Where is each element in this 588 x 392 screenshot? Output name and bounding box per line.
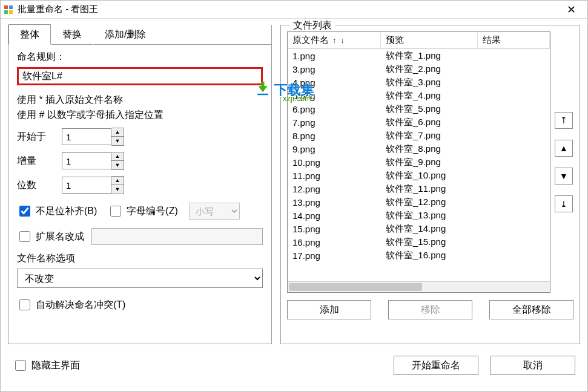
table-body[interactable]: 1.png软件室_1.png3.png软件室_2.png4.png软件室_3.p…	[288, 49, 550, 281]
cell-preview: 软件室_1.png	[381, 50, 478, 62]
step-up-button[interactable]: ▲	[111, 152, 124, 161]
cell-preview: 软件室_9.png	[381, 156, 478, 169]
cell-preview: 软件室_11.png	[381, 183, 478, 195]
autoresolve-checkbox[interactable]: 自动解决命名冲突(T)	[17, 298, 125, 312]
cell-preview: 软件室_13.png	[381, 209, 478, 222]
col-preview[interactable]: 预览	[381, 33, 478, 48]
nameopt-label: 文件名称选项	[17, 252, 263, 265]
pad-checkbox-input[interactable]	[19, 206, 30, 217]
cell-result	[478, 122, 550, 123]
autoresolve-checkbox-input[interactable]	[19, 299, 30, 310]
scrollbar-thumb[interactable]	[289, 283, 422, 291]
digits-up-button[interactable]: ▲	[111, 177, 124, 185]
table-row[interactable]: 11.png软件室_10.png	[288, 169, 550, 182]
table-row[interactable]: 13.png软件室_12.png	[288, 195, 550, 209]
cell-result	[478, 162, 550, 163]
col-original[interactable]: 原文件名 ↑ ↓	[288, 33, 381, 48]
table-row[interactable]: 3.png软件室_2.png	[288, 62, 550, 76]
svg-rect-3	[9, 10, 13, 14]
digits-down-button[interactable]: ▼	[111, 185, 124, 194]
step-input[interactable]	[62, 152, 111, 169]
move-bottom-button[interactable]: ⤓	[555, 195, 573, 212]
left-panel: 整体 替换 添加/删除 命名规则： 使用 * 插入原始文件名称 使用 # 以数字…	[8, 25, 272, 344]
move-down-button[interactable]: ▼	[555, 168, 573, 185]
cell-result	[478, 55, 550, 56]
table-row[interactable]: 1.png软件室_1.png	[288, 49, 550, 62]
hide-main-checkbox[interactable]: 隐藏主界面	[13, 358, 80, 373]
filelist-legend: 文件列表	[289, 19, 335, 32]
start-input[interactable]	[62, 128, 111, 145]
titlebar: 批量重命名 - 看图王 ✕	[1, 1, 587, 19]
table-row[interactable]: 15.png软件室_14.png	[288, 222, 550, 235]
nameopt-select[interactable]: 不改变	[17, 269, 263, 288]
move-up-button[interactable]: ▲	[555, 140, 573, 157]
table-row[interactable]: 6.png软件室_5.png	[288, 102, 550, 116]
horizontal-scrollbar[interactable]	[288, 281, 550, 292]
cell-original: 1.png	[288, 50, 381, 62]
table-row[interactable]: 14.png软件室_13.png	[288, 209, 550, 222]
ext-input[interactable]	[91, 228, 263, 245]
tab-replace[interactable]: 替换	[51, 24, 93, 45]
cell-result	[478, 188, 550, 189]
tab-whole[interactable]: 整体	[8, 24, 51, 45]
remove-button[interactable]: 移除	[388, 300, 472, 319]
digits-input[interactable]	[62, 177, 111, 194]
cell-original: 4.png	[288, 77, 381, 88]
alpha-checkbox-input[interactable]	[110, 206, 121, 217]
move-bottom-icon: ⤓	[560, 199, 567, 209]
table-row[interactable]: 12.png软件室_11.png	[288, 182, 550, 195]
cell-preview: 软件室_6.png	[381, 116, 478, 129]
cell-preview: 软件室_7.png	[381, 129, 478, 142]
cell-preview: 软件室_15.png	[381, 236, 478, 249]
add-button[interactable]: 添加	[287, 300, 371, 319]
start-up-button[interactable]: ▲	[111, 128, 124, 137]
table-row[interactable]: 7.png软件室_6.png	[288, 116, 550, 129]
start-label: 开始于	[17, 131, 51, 143]
table-row[interactable]: 4.png软件室_3.png	[288, 76, 550, 89]
cell-result	[478, 241, 550, 243]
app-icon	[3, 4, 14, 15]
remove-all-button[interactable]: 全部移除	[489, 300, 573, 319]
start-down-button[interactable]: ▼	[111, 137, 124, 145]
table-row[interactable]: 9.png软件室_8.png	[288, 142, 550, 155]
ext-checkbox-input[interactable]	[19, 231, 30, 242]
ext-checkbox[interactable]: 扩展名改成	[17, 229, 84, 244]
cell-result	[478, 68, 550, 70]
hide-main-checkbox-input[interactable]	[15, 360, 26, 371]
cell-original: 11.png	[288, 170, 381, 181]
filelist-buttons: 添加 移除 全部移除	[287, 300, 573, 319]
cell-original: 12.png	[288, 183, 381, 195]
close-button[interactable]: ✕	[557, 1, 585, 19]
cell-original: 17.png	[288, 250, 381, 261]
sort-icons[interactable]: ↑ ↓	[332, 36, 345, 45]
move-top-icon: ⤒	[560, 116, 567, 125]
table-row[interactable]: 8.png软件室_7.png	[288, 129, 550, 142]
cell-original: 10.png	[288, 157, 381, 168]
pad-checkbox[interactable]: 不足位补齐(B)	[17, 204, 97, 218]
row-start: 开始于 ▲ ▼	[17, 128, 263, 146]
cancel-button[interactable]: 取消	[491, 356, 575, 375]
naming-rule-input[interactable]	[17, 67, 263, 85]
window: 批量重命名 - 看图王 ✕ 整体 替换 添加/删除 命名规则： 使用 * 插入原…	[0, 0, 588, 392]
step-down-button[interactable]: ▼	[111, 161, 124, 169]
ext-label: 扩展名改成	[36, 230, 84, 243]
cell-result	[478, 215, 550, 216]
tab-add-remove[interactable]: 添加/删除	[93, 24, 157, 45]
cell-result	[478, 148, 550, 149]
table-row[interactable]: 16.png软件室_15.png	[288, 235, 550, 249]
tabs: 整体 替换 添加/删除	[8, 24, 271, 45]
col-original-label: 原文件名	[292, 34, 329, 46]
body: 整体 替换 添加/删除 命名规则： 使用 * 插入原始文件名称 使用 # 以数字…	[1, 19, 587, 349]
move-top-button[interactable]: ⤒	[555, 112, 573, 129]
alpha-checkbox[interactable]: 字母编号(Z)	[108, 204, 177, 218]
table-row[interactable]: 10.png软件室_9.png	[288, 155, 550, 169]
cell-preview: 软件室_5.png	[381, 103, 478, 116]
case-select[interactable]: 小写	[189, 203, 240, 220]
col-result[interactable]: 结果	[478, 33, 550, 48]
table-row[interactable]: 17.png软件室_16.png	[288, 249, 550, 262]
step-label: 增量	[17, 155, 51, 168]
svg-rect-1	[9, 5, 13, 9]
table-row[interactable]: 5.png软件室_4.png	[288, 89, 550, 102]
tab-filler	[157, 24, 271, 45]
start-rename-button[interactable]: 开始重命名	[394, 356, 478, 375]
